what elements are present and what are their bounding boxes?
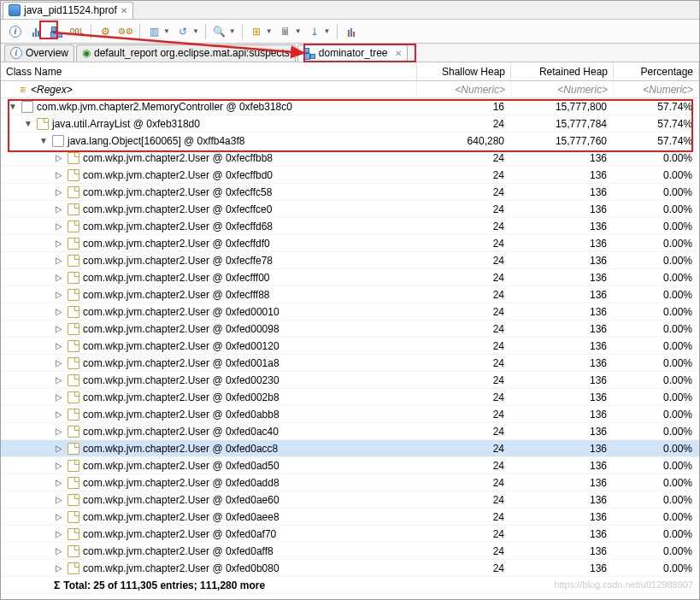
table-row[interactable]: ▼com.wkp.jvm.chapter2.MemoryController @…: [1, 98, 699, 115]
expand-icon[interactable]: ▷: [54, 546, 64, 556]
search-button[interactable]: 🔍: [210, 22, 229, 41]
table-row[interactable]: ▷com.wkp.jvm.chapter2.User @ 0xfecffbd02…: [1, 167, 699, 184]
expand-icon[interactable]: ▷: [54, 563, 64, 573]
dropdown-icon[interactable]: ▼: [266, 27, 273, 35]
expand-icon[interactable]: ▷: [54, 170, 64, 179]
expand-icon[interactable]: ▷: [54, 341, 64, 350]
filter-shallow[interactable]: <Numeric>: [417, 81, 511, 97]
expand-icon[interactable]: ▷: [54, 461, 64, 470]
expand-icon[interactable]: ▷: [54, 256, 64, 265]
expand-icon[interactable]: ▷: [54, 358, 64, 368]
close-icon[interactable]: ✕: [121, 6, 127, 15]
tab-default-report[interactable]: ◉ default_report org.eclipse.mat.api:sus…: [76, 44, 296, 62]
run-expert-button[interactable]: ⚙⚙: [116, 22, 135, 41]
search-icon: 🔍: [213, 26, 226, 38]
cell-percentage: 57.74%: [614, 101, 699, 113]
query-browser-button[interactable]: ▥: [144, 22, 163, 41]
calculate-button[interactable]: 🖩: [276, 22, 295, 41]
table-row[interactable]: ▷com.wkp.jvm.chapter2.User @ 0xfecffbb82…: [1, 150, 699, 167]
row-label: com.wkp.jvm.chapter2.User @ 0xfed0add8: [83, 477, 279, 489]
expand-icon[interactable]: ▷: [54, 495, 64, 504]
separator-icon: [91, 24, 91, 39]
expand-icon[interactable]: ▷: [54, 426, 64, 436]
table-row[interactable]: ▼java.lang.Object[160065] @ 0xffb4a3f864…: [1, 132, 699, 150]
compare-button[interactable]: [342, 22, 361, 41]
table-row[interactable]: ▷com.wkp.jvm.chapter2.User @ 0xfecfff882…: [1, 286, 699, 303]
table-row[interactable]: ▷com.wkp.jvm.chapter2.User @ 0xfed0add82…: [1, 474, 699, 491]
dropdown-icon[interactable]: ▼: [229, 27, 236, 35]
table-row[interactable]: ▷com.wkp.jvm.chapter2.User @ 0xfecffd682…: [1, 218, 699, 235]
table-row[interactable]: ▷com.wkp.jvm.chapter2.User @ 0xfed0acc82…: [1, 440, 699, 457]
expand-icon[interactable]: ▷: [54, 273, 64, 282]
column-class-name[interactable]: Class Name: [1, 62, 417, 80]
table-row[interactable]: ▷com.wkp.jvm.chapter2.User @ 0xfecffce02…: [1, 201, 699, 218]
close-icon[interactable]: ✕: [395, 49, 402, 58]
expand-icon[interactable]: ▼: [8, 102, 18, 111]
history-button[interactable]: ↺: [174, 22, 192, 41]
cell-percentage: 0.00%: [614, 545, 699, 557]
expand-icon[interactable]: ▷: [54, 204, 64, 214]
dropdown-icon[interactable]: ▼: [192, 27, 199, 35]
table-row[interactable]: ▷com.wkp.jvm.chapter2.User @ 0xfed0b0802…: [1, 560, 699, 577]
expand-icon[interactable]: ▷: [54, 153, 64, 162]
table-row[interactable]: ▷com.wkp.jvm.chapter2.User @ 0xfed0aff82…: [1, 543, 699, 560]
expand-icon[interactable]: ▷: [54, 444, 64, 453]
table-row[interactable]: ▷com.wkp.jvm.chapter2.User @ 0xfed0abb82…: [1, 406, 699, 423]
table-row[interactable]: ▷com.wkp.jvm.chapter2.User @ 0xfed0ac402…: [1, 423, 699, 440]
table-row[interactable]: ▷com.wkp.jvm.chapter2.User @ 0xfecffe782…: [1, 252, 699, 269]
expand-icon[interactable]: ▷: [54, 238, 64, 248]
expand-icon[interactable]: ▷: [54, 221, 64, 231]
expand-icon[interactable]: ▼: [23, 119, 33, 128]
cell-retained-heap: 15,777,800: [511, 101, 614, 113]
expand-icon[interactable]: ▷: [54, 375, 64, 385]
expand-icon[interactable]: ▷: [54, 307, 64, 316]
dropdown-icon[interactable]: ▼: [163, 27, 170, 35]
expand-icon[interactable]: ▷: [54, 290, 64, 299]
expand-icon[interactable]: ▼: [38, 136, 49, 145]
table-row[interactable]: ▼java.util.ArrayList @ 0xfeb318d02415,77…: [1, 115, 699, 132]
expand-icon[interactable]: ▷: [54, 529, 64, 538]
table-row[interactable]: ▷com.wkp.jvm.chapter2.User @ 0xfed0aee82…: [1, 509, 699, 526]
cell-percentage: 0.00%: [614, 186, 699, 198]
tab-dominator-tree[interactable]: dominator_tree ✕: [297, 44, 408, 62]
table-row[interactable]: ▷com.wkp.jvm.chapter2.User @ 0xfecfff002…: [1, 269, 699, 286]
filter-regex[interactable]: ≡ <Regex>: [1, 81, 417, 97]
info-button[interactable]: i: [6, 22, 25, 41]
toolbar: i OQL ⚙ ⚙⚙ ▥▼ ↺▼ 🔍▼ ⊞▼ 🖩▼ ⤓▼: [1, 20, 699, 44]
column-retained-heap[interactable]: Retained Heap: [511, 62, 614, 80]
expand-icon[interactable]: ▷: [54, 392, 64, 402]
tree-body[interactable]: ▼com.wkp.jvm.chapter2.MemoryController @…: [1, 98, 699, 600]
table-row[interactable]: ▷com.wkp.jvm.chapter2.User @ 0xfed001a82…: [1, 355, 699, 372]
expand-icon[interactable]: ▷: [54, 324, 64, 333]
histogram-button[interactable]: [26, 22, 45, 41]
table-row[interactable]: ▷com.wkp.jvm.chapter2.User @ 0xfed001202…: [1, 338, 699, 355]
oql-button[interactable]: OQL: [68, 22, 86, 41]
column-percentage[interactable]: Percentage: [614, 62, 699, 80]
filter-percent[interactable]: <Numeric>: [614, 81, 699, 97]
expand-icon[interactable]: ▷: [54, 512, 64, 521]
filter-retained[interactable]: <Numeric>: [511, 81, 614, 97]
table-row[interactable]: ▷com.wkp.jvm.chapter2.User @ 0xfed002302…: [1, 372, 699, 389]
table-row[interactable]: ▷com.wkp.jvm.chapter2.User @ 0xfed000102…: [1, 303, 699, 321]
column-shallow-heap[interactable]: Shallow Heap: [417, 62, 511, 80]
table-row[interactable]: ▷com.wkp.jvm.chapter2.User @ 0xfed002b82…: [1, 389, 699, 406]
editor-tab[interactable]: java_pid11524.hprof ✕: [3, 2, 133, 19]
dropdown-icon[interactable]: ▼: [324, 27, 331, 35]
expand-icon[interactable]: ▷: [54, 187, 64, 197]
tab-overview[interactable]: i Overview: [4, 44, 74, 62]
table-row[interactable]: ▷com.wkp.jvm.chapter2.User @ 0xfed0ad502…: [1, 457, 699, 474]
thread-overview-button[interactable]: ⚙: [96, 22, 115, 41]
table-row[interactable]: ▷com.wkp.jvm.chapter2.User @ 0xfed0af702…: [1, 526, 699, 543]
dominator-tree-button[interactable]: [47, 22, 66, 41]
view-tabs: i Overview ◉ default_report org.eclipse.…: [1, 44, 699, 62]
object-icon: [68, 357, 79, 369]
table-row[interactable]: ▷com.wkp.jvm.chapter2.User @ 0xfed000982…: [1, 321, 699, 338]
table-row[interactable]: ▷com.wkp.jvm.chapter2.User @ 0xfed0ae602…: [1, 491, 699, 509]
table-row[interactable]: ▷com.wkp.jvm.chapter2.User @ 0xfecffc582…: [1, 184, 699, 201]
table-row[interactable]: ▷com.wkp.jvm.chapter2.User @ 0xfecffdf02…: [1, 235, 699, 252]
group-button[interactable]: ⊞: [247, 22, 266, 41]
dropdown-icon[interactable]: ▼: [295, 27, 302, 35]
expand-icon[interactable]: ▷: [54, 409, 64, 419]
expand-icon[interactable]: ▷: [54, 478, 64, 487]
export-button[interactable]: ⤓: [305, 22, 324, 41]
